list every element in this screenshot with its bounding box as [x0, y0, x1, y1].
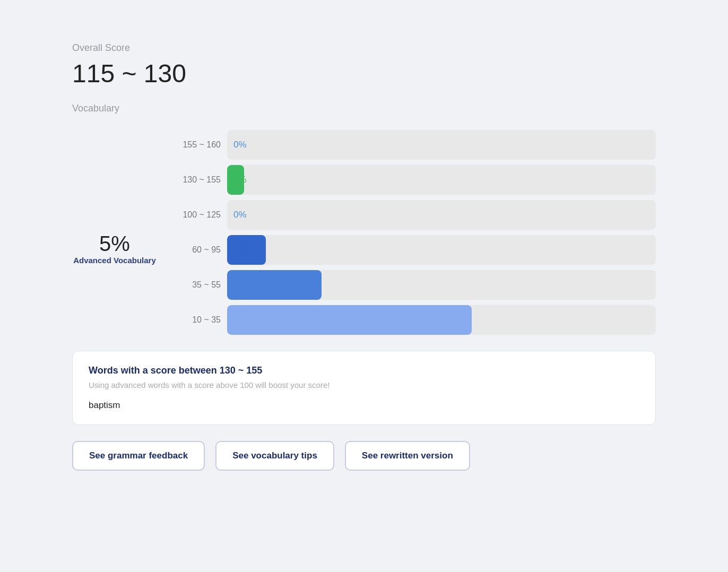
vocabulary-section-label: Vocabulary	[72, 103, 656, 114]
bar-track: 62%	[227, 305, 656, 335]
bar-percent-label: 62%	[227, 315, 252, 325]
bar-track: 10%	[227, 235, 656, 265]
bar-range-label: 35 ~ 55	[173, 280, 221, 290]
bar-range-label: 130 ~ 155	[173, 175, 221, 185]
bar-fill	[227, 305, 472, 335]
info-card-title: Words with a score between 130 ~ 155	[89, 365, 639, 376]
bar-range-label: 155 ~ 160	[173, 140, 221, 150]
bar-range-label: 10 ~ 35	[173, 315, 221, 325]
grammar-feedback-button[interactable]: See grammar feedback	[72, 441, 205, 471]
bar-row: 155 ~ 1600%	[173, 130, 656, 160]
bar-percent-label: 24%	[227, 280, 252, 290]
bar-track: 24%	[227, 270, 656, 300]
overall-score-value: 115 ~ 130	[72, 59, 656, 88]
vocab-desc: Advanced Vocabulary	[73, 256, 156, 265]
bar-percent-label: 5%	[227, 175, 247, 185]
bars-area: 155 ~ 1600%130 ~ 1555%100 ~ 1250%60 ~ 95…	[173, 130, 656, 335]
vocab-percent-big: 5%	[99, 232, 130, 256]
vocab-left-label: 5% Advanced Vocabulary	[72, 130, 157, 335]
vocabulary-tips-button[interactable]: See vocabulary tips	[215, 441, 334, 471]
bar-track: 0%	[227, 200, 656, 230]
overall-score-label: Overall Score	[72, 42, 656, 54]
bar-row: 10 ~ 3562%	[173, 305, 656, 335]
bar-track: 5%	[227, 165, 656, 195]
bar-percent-label: 0%	[227, 140, 247, 150]
bar-row: 100 ~ 1250%	[173, 200, 656, 230]
bar-row: 130 ~ 1555%	[173, 165, 656, 195]
info-card: Words with a score between 130 ~ 155 Usi…	[72, 351, 656, 425]
bar-track: 0%	[227, 130, 656, 160]
rewritten-version-button[interactable]: See rewritten version	[345, 441, 470, 471]
info-card-subtitle: Using advanced words with a score above …	[89, 380, 639, 389]
bar-range-label: 60 ~ 95	[173, 245, 221, 255]
bar-percent-label: 10%	[227, 245, 252, 255]
main-container: Overall Score 115 ~ 130 Vocabulary 5% Ad…	[46, 21, 682, 492]
vocab-chart-area: 5% Advanced Vocabulary 155 ~ 1600%130 ~ …	[72, 130, 656, 335]
bar-row: 60 ~ 9510%	[173, 235, 656, 265]
info-card-word: baptism	[89, 400, 639, 411]
bar-row: 35 ~ 5524%	[173, 270, 656, 300]
bar-percent-label: 0%	[227, 210, 247, 220]
action-buttons: See grammar feedbackSee vocabulary tipsS…	[72, 441, 656, 471]
bar-range-label: 100 ~ 125	[173, 210, 221, 220]
